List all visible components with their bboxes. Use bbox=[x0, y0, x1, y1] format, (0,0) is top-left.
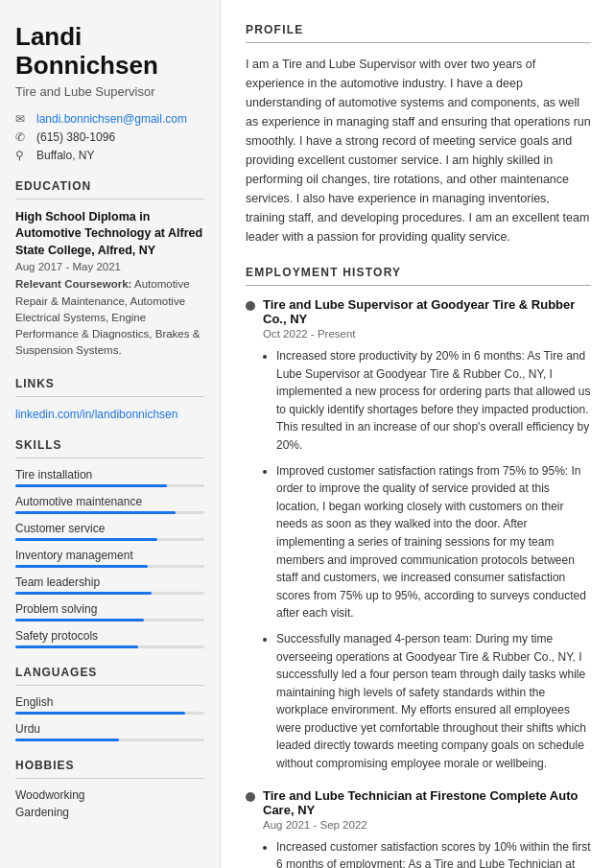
email-link[interactable]: landi.bonnichsen@gmail.com bbox=[36, 112, 187, 126]
hobbies-list: WoodworkingGardening bbox=[15, 788, 204, 819]
skill-bar-bg bbox=[15, 592, 204, 595]
job-date: Aug 2021 - Sep 2022 bbox=[263, 819, 591, 831]
education-label: Education bbox=[15, 179, 204, 193]
skill-bar-fill bbox=[15, 592, 152, 595]
language-bar-fill bbox=[15, 712, 185, 715]
contact-phone: ✆ (615) 380-1096 bbox=[15, 130, 204, 144]
job-bullets: Increased customer satisfaction scores b… bbox=[263, 838, 591, 868]
first-name: Landi bbox=[15, 22, 82, 51]
skill-name: Customer service bbox=[15, 522, 204, 535]
employment-divider bbox=[246, 285, 591, 286]
sidebar: Landi Bonnichsen Tire and Lube Superviso… bbox=[0, 0, 221, 868]
languages-list: English Urdu bbox=[15, 695, 204, 741]
phone-text: (615) 380-1096 bbox=[36, 130, 115, 144]
employment-section-label: Employment History bbox=[246, 266, 591, 279]
job-dot bbox=[246, 301, 255, 311]
location-text: Buffalo, NY bbox=[36, 149, 94, 162]
languages-divider bbox=[15, 685, 204, 686]
skill-bar-bg bbox=[15, 484, 204, 487]
language-item: English bbox=[15, 695, 204, 715]
edu-degree: High School Diploma in Automotive Techno… bbox=[15, 209, 204, 260]
education-divider bbox=[15, 199, 204, 199]
skill-bar-fill bbox=[15, 619, 144, 622]
skill-name: Team leadership bbox=[15, 575, 204, 589]
linkedin-link[interactable]: linkedin.com/in/landibonnichsen bbox=[15, 408, 177, 421]
hobbies-divider bbox=[15, 778, 204, 779]
skill-item: Automotive maintenance bbox=[15, 495, 204, 514]
profile-text: I am a Tire and Lube Supervisor with ove… bbox=[246, 55, 591, 246]
job-title: Tire and Lube Supervisor bbox=[15, 84, 204, 99]
location-icon: ⚲ bbox=[15, 149, 31, 162]
language-item: Urdu bbox=[15, 722, 204, 741]
full-name: Landi Bonnichsen bbox=[15, 23, 204, 81]
skill-item: Inventory management bbox=[15, 549, 204, 568]
job-block: Tire and Lube Technician at Firestone Co… bbox=[246, 788, 591, 868]
language-bar-bg bbox=[15, 739, 204, 741]
skill-item: Safety protocols bbox=[15, 629, 204, 648]
skill-name: Tire installation bbox=[15, 468, 204, 481]
skill-item: Team leadership bbox=[15, 575, 204, 595]
language-name: English bbox=[15, 695, 204, 709]
phone-icon: ✆ bbox=[15, 130, 31, 144]
skills-list: Tire installation Automotive maintenance… bbox=[15, 468, 204, 648]
hobby-item: Woodworking bbox=[15, 788, 204, 802]
job-block: Tire and Lube Supervisor at Goodyear Tir… bbox=[246, 297, 591, 773]
last-name: Bonnichsen bbox=[15, 51, 158, 80]
skill-name: Automotive maintenance bbox=[15, 495, 204, 508]
skill-item: Customer service bbox=[15, 522, 204, 541]
coursework-text: Automotive Repair & Maintenance, Automot… bbox=[15, 278, 200, 356]
profile-divider bbox=[246, 42, 591, 43]
skill-bar-fill bbox=[15, 645, 138, 648]
job-bullet: Increased store productivity by 20% in 6… bbox=[276, 347, 591, 455]
skills-divider bbox=[15, 457, 204, 458]
languages-label: Languages bbox=[15, 666, 204, 679]
links-section: linkedin.com/in/landibonnichsen bbox=[15, 407, 204, 421]
skill-bar-bg bbox=[15, 511, 204, 514]
contact-location: ⚲ Buffalo, NY bbox=[15, 149, 204, 162]
hobbies-label: Hobbies bbox=[15, 759, 204, 772]
job-bullet: Increased customer satisfaction scores b… bbox=[276, 838, 591, 868]
skill-bar-fill bbox=[15, 565, 148, 568]
contact-block: ✉ landi.bonnichsen@gmail.com ✆ (615) 380… bbox=[15, 112, 204, 162]
main-content: Profile I am a Tire and Lube Supervisor … bbox=[221, 0, 614, 868]
skill-bar-bg bbox=[15, 565, 204, 568]
skill-bar-bg bbox=[15, 619, 204, 622]
coursework-label: Relevant Coursework: bbox=[15, 278, 131, 290]
jobs-list: Tire and Lube Supervisor at Goodyear Tir… bbox=[246, 297, 591, 868]
hobby-item: Gardening bbox=[15, 806, 204, 819]
job-title-line: Tire and Lube Technician at Firestone Co… bbox=[246, 788, 591, 817]
skill-name: Safety protocols bbox=[15, 629, 204, 643]
job-bullet: Successfully managed 4-person team: Duri… bbox=[276, 630, 591, 773]
links-label: Links bbox=[15, 377, 204, 390]
job-bullet: Improved customer satisfaction ratings f… bbox=[276, 462, 591, 622]
profile-section-label: Profile bbox=[246, 23, 591, 36]
job-dot bbox=[246, 792, 255, 802]
language-name: Urdu bbox=[15, 722, 204, 736]
job-title-text: Tire and Lube Technician at Firestone Co… bbox=[263, 788, 591, 817]
skills-label: Skills bbox=[15, 438, 204, 452]
name-block: Landi Bonnichsen Tire and Lube Superviso… bbox=[15, 23, 204, 99]
contact-email: ✉ landi.bonnichsen@gmail.com bbox=[15, 112, 204, 126]
links-divider bbox=[15, 396, 204, 397]
skill-bar-bg bbox=[15, 538, 204, 541]
edu-coursework: Relevant Coursework: Automotive Repair &… bbox=[15, 276, 204, 359]
job-title-line: Tire and Lube Supervisor at Goodyear Tir… bbox=[246, 297, 591, 326]
skill-item: Problem solving bbox=[15, 602, 204, 622]
skill-name: Problem solving bbox=[15, 602, 204, 616]
skill-bar-bg bbox=[15, 645, 204, 648]
language-bar-fill bbox=[15, 739, 119, 741]
skill-bar-fill bbox=[15, 511, 176, 514]
skill-item: Tire installation bbox=[15, 468, 204, 487]
email-icon: ✉ bbox=[15, 112, 31, 126]
skill-bar-fill bbox=[15, 538, 157, 541]
language-bar-bg bbox=[15, 712, 204, 715]
skill-bar-fill bbox=[15, 484, 167, 487]
job-date: Oct 2022 - Present bbox=[263, 328, 591, 340]
edu-dates: Aug 2017 - May 2021 bbox=[15, 261, 204, 272]
job-bullets: Increased store productivity by 20% in 6… bbox=[263, 347, 591, 773]
skill-name: Inventory management bbox=[15, 549, 204, 562]
job-title-text: Tire and Lube Supervisor at Goodyear Tir… bbox=[263, 297, 591, 326]
